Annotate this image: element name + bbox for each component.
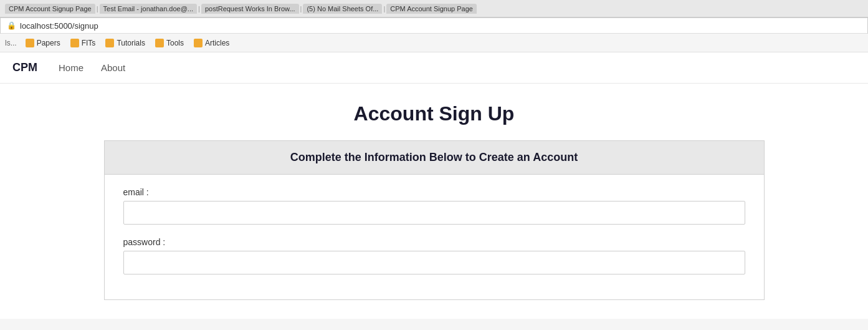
browser-tab[interactable]: CPM Account Signup Page bbox=[5, 4, 95, 14]
folder-icon bbox=[155, 39, 164, 47]
bookmark-fits[interactable]: FITs bbox=[67, 37, 100, 49]
browser-tab[interactable]: postRequest Works In Brow... bbox=[201, 4, 299, 14]
bookmark-papers[interactable]: Papers bbox=[22, 37, 64, 49]
bookmark-tools[interactable]: Tools bbox=[151, 37, 188, 49]
bookmark-label: Articles bbox=[205, 39, 229, 47]
form-card-header-text: Complete the Information Below to Create… bbox=[290, 151, 578, 163]
browser-tab[interactable]: CPM Account Signup Page bbox=[386, 4, 477, 14]
folder-icon bbox=[26, 39, 34, 47]
bookmarks-prefix: ls... bbox=[5, 39, 17, 47]
address-text: localhost:5000/signup bbox=[20, 21, 98, 31]
bookmark-label: Tools bbox=[166, 39, 184, 47]
address-bar[interactable]: 🔒 localhost:5000/signup bbox=[0, 17, 868, 34]
form-card-header: Complete the Information Below to Create… bbox=[105, 141, 764, 175]
bookmark-label: FITs bbox=[82, 39, 96, 47]
form-card-body: email : password : bbox=[105, 175, 764, 299]
nav-link-about[interactable]: About bbox=[100, 60, 126, 75]
navbar: CPM Home About bbox=[0, 52, 868, 84]
password-label: password : bbox=[123, 237, 745, 247]
nav-link-home[interactable]: Home bbox=[57, 60, 85, 75]
bookmark-label: Tutorials bbox=[117, 39, 145, 47]
email-label: email : bbox=[123, 187, 745, 197]
folder-icon bbox=[105, 39, 114, 47]
main-content: Account Sign Up Complete the Information… bbox=[0, 84, 868, 319]
form-card: Complete the Information Below to Create… bbox=[104, 140, 765, 300]
email-input[interactable] bbox=[123, 201, 745, 225]
browser-chrome: CPM Account Signup Page | Test Email - j… bbox=[0, 0, 868, 17]
bookmarks-bar: ls... Papers FITs Tutorials Tools Articl… bbox=[0, 34, 868, 52]
folder-icon bbox=[70, 39, 79, 47]
bookmark-articles[interactable]: Articles bbox=[190, 37, 233, 49]
email-form-group: email : bbox=[123, 187, 745, 225]
password-input[interactable] bbox=[123, 251, 745, 274]
folder-icon bbox=[194, 39, 203, 47]
nav-brand: CPM bbox=[12, 61, 37, 74]
bookmark-tutorials[interactable]: Tutorials bbox=[102, 37, 149, 49]
browser-tabs: CPM Account Signup Page | Test Email - j… bbox=[5, 4, 477, 14]
bookmark-label: Papers bbox=[37, 39, 60, 47]
page-wrapper: CPM Home About Account Sign Up Complete … bbox=[0, 52, 868, 319]
password-form-group: password : bbox=[123, 237, 745, 274]
browser-tab[interactable]: Test Email - jonathan.doe@... bbox=[100, 4, 197, 14]
page-title: Account Sign Up bbox=[354, 102, 515, 125]
lock-icon: 🔒 bbox=[7, 21, 16, 30]
browser-tab[interactable]: (5) No Mail Sheets Of... bbox=[303, 4, 382, 14]
